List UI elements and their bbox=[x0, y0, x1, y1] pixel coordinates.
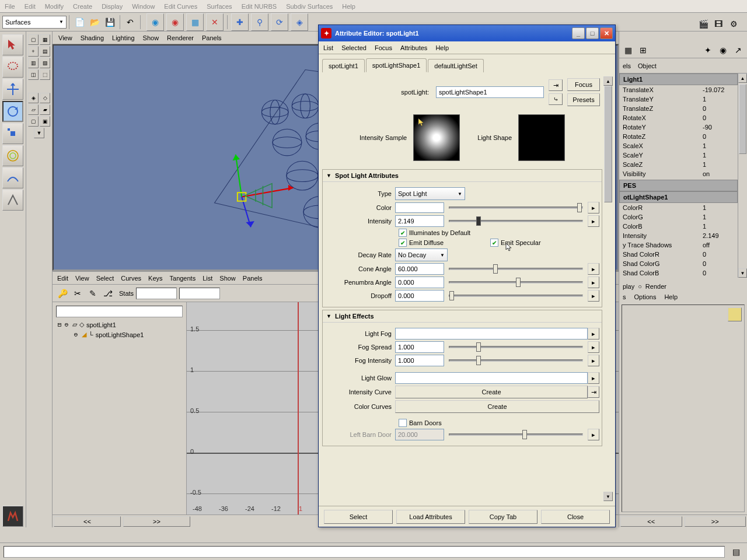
menu-editnurbs[interactable]: Edit NURBS bbox=[242, 3, 277, 10]
map-button[interactable]: ▸ bbox=[588, 429, 599, 440]
module-dropdown[interactable]: Surfaces▼ bbox=[2, 16, 67, 29]
script-editor-icon[interactable]: ▤ bbox=[729, 545, 742, 558]
ae-name-field[interactable] bbox=[436, 86, 544, 98]
menu-create[interactable]: Create bbox=[73, 3, 92, 10]
maya-logo-icon[interactable] bbox=[2, 506, 23, 527]
map-button[interactable]: ▸ bbox=[588, 341, 599, 353]
cb-attr-row[interactable]: Intensity2.149 bbox=[619, 231, 738, 240]
cb-attr-value[interactable]: 1 bbox=[703, 142, 734, 149]
soft-mod-tool[interactable] bbox=[2, 167, 23, 188]
layout-icon[interactable]: ▼ bbox=[34, 128, 44, 138]
select-button[interactable]: Select bbox=[324, 510, 393, 524]
cb-attr-row[interactable]: Shad ColorG0 bbox=[619, 259, 738, 268]
shelf-icon[interactable]: ◈ bbox=[291, 13, 308, 31]
cb-attr-value[interactable]: 0 bbox=[703, 260, 734, 267]
ae-menu[interactable]: Selected bbox=[341, 44, 366, 51]
cb-attr-value[interactable]: off bbox=[703, 242, 734, 249]
shelf-icon[interactable]: ✚ bbox=[231, 13, 249, 31]
shelf-icon[interactable]: ⟳ bbox=[271, 13, 288, 31]
map-button[interactable]: ▸ bbox=[588, 372, 599, 384]
close-button[interactable]: ✕ bbox=[600, 27, 613, 39]
cb-attr-row[interactable]: TranslateX-19.072 bbox=[619, 85, 738, 94]
last-tool[interactable] bbox=[2, 190, 23, 211]
ge-menu[interactable]: Select bbox=[96, 275, 114, 282]
cb-node-name[interactable]: Light1 bbox=[619, 74, 738, 85]
create-colorcurves-button[interactable]: Create bbox=[395, 400, 599, 413]
cb-tab2[interactable]: Render bbox=[645, 283, 666, 290]
vp-menu-panels[interactable]: Panels bbox=[202, 34, 222, 41]
menu-help[interactable]: Help bbox=[342, 3, 355, 10]
cb-attr-value[interactable]: 0 bbox=[703, 251, 734, 258]
ae-menu[interactable]: List bbox=[323, 44, 333, 51]
barndoors-checkbox[interactable] bbox=[399, 419, 407, 427]
section-header[interactable]: ▼Spot Light Attributes bbox=[323, 170, 602, 182]
move-tool[interactable] bbox=[2, 79, 23, 100]
save-scene-icon[interactable]: 💾 bbox=[103, 16, 116, 29]
minimize-button[interactable]: _ bbox=[572, 27, 585, 39]
cb-attr-row[interactable]: TranslateY1 bbox=[619, 94, 738, 104]
cb-tab[interactable]: Object bbox=[638, 62, 657, 69]
cb-attr-row[interactable]: ColorR1 bbox=[619, 203, 738, 212]
layout-icon[interactable]: ◇ bbox=[40, 93, 50, 103]
layer-icon[interactable] bbox=[728, 307, 742, 321]
shelf-icon[interactable]: ◉ bbox=[146, 13, 164, 31]
scroll-up-icon[interactable]: ▲ bbox=[603, 76, 613, 86]
select-tool[interactable] bbox=[2, 34, 23, 55]
vp-menu-shading[interactable]: Shading bbox=[81, 34, 104, 41]
ge-menu[interactable]: Show bbox=[219, 275, 236, 282]
layout-icon[interactable]: ▢ bbox=[28, 116, 39, 127]
cb-attr-row[interactable]: ScaleY1 bbox=[619, 150, 738, 160]
ae-tab-transform[interactable]: spotLight1 bbox=[322, 59, 365, 72]
section-header[interactable]: ▼Light Effects bbox=[323, 310, 602, 323]
fogintensity-slider[interactable] bbox=[449, 359, 583, 362]
cb-attr-row[interactable]: Visibilityon bbox=[619, 169, 738, 178]
vp-menu-renderer[interactable]: Renderer bbox=[167, 34, 194, 41]
intensity-slider[interactable] bbox=[449, 220, 583, 222]
color-swatch[interactable] bbox=[395, 202, 444, 213]
map-button[interactable]: ▸ bbox=[588, 328, 599, 340]
dropoff-slider[interactable] bbox=[449, 295, 583, 297]
menu-display[interactable]: Display bbox=[102, 3, 123, 10]
scale-tool[interactable] bbox=[2, 123, 23, 144]
layout-icon[interactable]: ⬚ bbox=[40, 69, 50, 80]
ge-menu[interactable]: Edit bbox=[57, 275, 68, 282]
cb-nav-next[interactable]: >> bbox=[685, 516, 746, 527]
stats-input-1[interactable] bbox=[136, 288, 177, 299]
cb-nav-prev[interactable]: << bbox=[620, 516, 682, 527]
cb-attr-value[interactable]: 0 bbox=[703, 105, 734, 112]
vp-menu-show[interactable]: Show bbox=[143, 34, 159, 41]
decay-dropdown[interactable]: No Decay▼ bbox=[395, 249, 448, 261]
penumbra-field[interactable] bbox=[395, 276, 444, 288]
shelf-icon[interactable]: ✕ bbox=[206, 13, 224, 31]
layout-single[interactable]: ▢ bbox=[28, 34, 39, 45]
cb-attr-row[interactable]: ScaleX1 bbox=[619, 141, 738, 150]
lightfog-field[interactable] bbox=[395, 328, 588, 340]
layout-icon[interactable]: ▧ bbox=[40, 58, 50, 68]
diffuse-checkbox[interactable]: ✔ bbox=[399, 239, 407, 247]
ge-menu[interactable]: Tangents bbox=[170, 275, 196, 282]
ge-menu[interactable]: Curves bbox=[121, 275, 141, 282]
lasso-tool[interactable] bbox=[2, 57, 23, 78]
create-intcurve-button[interactable]: Create bbox=[395, 386, 588, 398]
cb-attr-row[interactable]: RotateX0 bbox=[619, 113, 738, 123]
ae-scrollbar[interactable]: ▲ ▼ bbox=[603, 76, 613, 501]
menu-editcurves[interactable]: Edit Curves bbox=[164, 3, 197, 10]
render-globals-icon[interactable]: ⚙ bbox=[727, 18, 740, 30]
menu-modify[interactable]: Modify bbox=[45, 3, 64, 10]
fogspread-field[interactable] bbox=[395, 341, 444, 353]
nav-prev[interactable]: << bbox=[54, 516, 121, 527]
shelf-icon[interactable]: ⚲ bbox=[251, 13, 268, 31]
cb-icon[interactable]: ▦ bbox=[622, 44, 634, 57]
scroll-up-icon[interactable]: ▲ bbox=[738, 74, 747, 83]
menu-window[interactable]: Window bbox=[132, 3, 155, 10]
menu-surfaces[interactable]: Surfaces bbox=[207, 3, 232, 10]
cb-attr-row[interactable]: RotateZ0 bbox=[619, 132, 738, 141]
ge-menu[interactable]: Panels bbox=[243, 275, 263, 282]
map-button[interactable]: ▸ bbox=[588, 202, 599, 214]
ae-titlebar[interactable]: ✦ Attribute Editor: spotLight1 _ □ ✕ bbox=[319, 25, 615, 41]
intensity-field[interactable] bbox=[395, 215, 444, 227]
ae-menu[interactable]: Focus bbox=[375, 44, 392, 51]
menu-edit[interactable]: Edit bbox=[25, 3, 36, 10]
ge-menu[interactable]: View bbox=[75, 275, 89, 282]
map-button[interactable]: ▸ bbox=[588, 276, 599, 288]
